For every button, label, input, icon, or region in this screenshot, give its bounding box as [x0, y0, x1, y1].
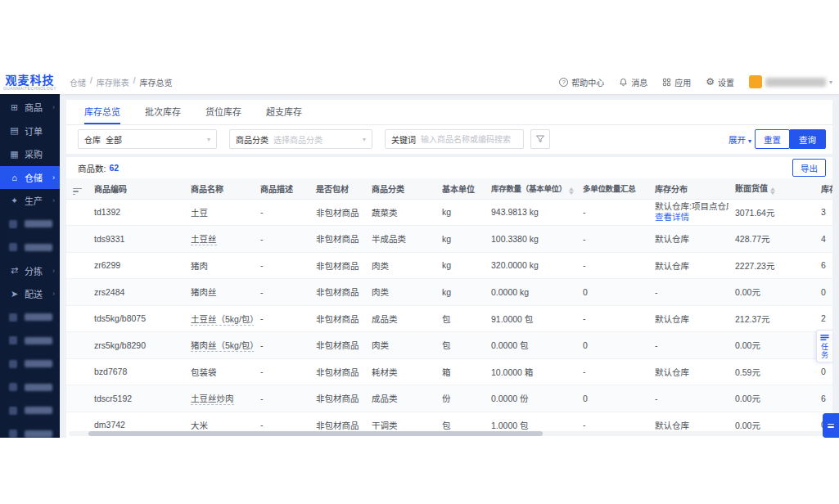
tab-batch-stock[interactable]: 批次库存	[145, 100, 181, 124]
row-config-cell	[66, 358, 88, 385]
sidebar-item-redacted[interactable]	[0, 329, 60, 353]
col-packing: 是否包材	[309, 178, 365, 199]
tab-stock-overview[interactable]: 库存总览	[84, 100, 120, 124]
breadcrumb: 仓储 / 库存账表 / 库存总览	[70, 76, 173, 88]
tab-location-stock[interactable]: 货位库存	[205, 100, 241, 124]
goods-grid-icon: ⊞	[9, 102, 20, 113]
sidebar-item-redacted[interactable]	[0, 376, 60, 399]
cell-packing: 非包材商品	[309, 199, 365, 226]
breadcrumb-separator: /	[133, 76, 136, 88]
row-config-cell	[66, 226, 88, 253]
task-panel-tab[interactable]: 任务	[816, 330, 832, 362]
table-row[interactable]: td1392 土豆 - 非包材商品 蔬菜类 kg 943.9813 kg - 默…	[66, 199, 832, 226]
table-filter-icon[interactable]	[73, 188, 82, 196]
messages-button[interactable]: 消息	[619, 76, 647, 88]
filter-row: 仓库 全部 ▾ 商品分类 选择商品分类 ▾ 关键词 展开 ▾ 重置	[66, 125, 832, 153]
cell-name: 包装袋	[184, 358, 254, 385]
table-row[interactable]: zr6299 猪肉 - 非包材商品 肉类 kg 320.0000 kg - 默认…	[66, 252, 832, 279]
breadcrumb-item-current: 库存总览	[140, 76, 173, 88]
keyword-input[interactable]	[421, 135, 517, 144]
sidebar-item-redacted[interactable]	[0, 213, 60, 236]
product-name[interactable]: 土豆丝（5kg/包）	[191, 314, 254, 326]
export-button[interactable]: 导出	[792, 159, 826, 177]
sidebar-item-redacted[interactable]	[0, 353, 60, 376]
category-select[interactable]: 商品分类 选择商品分类 ▾	[229, 129, 372, 149]
settings-button[interactable]: ⚙ 设置	[706, 76, 734, 88]
sidebar-item-redacted[interactable]	[0, 236, 60, 259]
table-row[interactable]: bzd7678 包装袋 - 非包材商品 耗材类 箱 10.0000 箱 - 默认…	[66, 358, 832, 385]
breadcrumb-item-warehouse[interactable]: 仓储	[70, 76, 86, 88]
cell-unit: 份	[435, 385, 485, 412]
apps-button[interactable]: 应用	[662, 76, 691, 88]
sidebar-item-production[interactable]: ✦ 生产 ›	[0, 189, 60, 213]
sort-carets-icon[interactable]	[770, 187, 775, 195]
filter-card: 库存总览 批次库存 货位库存 超支库存 仓库 全部 ▾ 商品分类 选择商品分类 …	[66, 100, 832, 154]
brand-title: 观麦科技	[0, 74, 60, 86]
table-row[interactable]: tdscr5192 土豆丝炒肉 - 非包材商品 成品类 份 0.0000 份 0…	[66, 385, 832, 412]
redacted-icon	[9, 407, 17, 415]
table-row[interactable]: zrs2484 猪肉丝 - 非包材商品 肉类 kg 0.0000 kg 0 - …	[66, 279, 832, 306]
cell-desc: -	[254, 305, 309, 332]
sidebar-item-label: 订单	[25, 124, 43, 137]
cell-category: 肉类	[365, 332, 435, 359]
cell-packing: 非包材商品	[309, 358, 365, 385]
breadcrumb-item-ledger[interactable]: 库存账表	[97, 76, 129, 88]
col-distribution: 库存分布	[648, 178, 728, 199]
table-row[interactable]: zrs5kg/b8290 猪肉丝（5kg/包） - 非包材商品 肉类 包 0.0…	[66, 332, 832, 359]
cell-packing: 非包材商品	[309, 226, 365, 253]
scrollbar-thumb[interactable]	[88, 431, 543, 436]
sidebar-item-label: 分拣	[25, 264, 43, 277]
help-icon: ?	[559, 78, 568, 87]
warehouse-select[interactable]: 仓库 全部 ▾	[78, 129, 217, 149]
col-unit: 基本单位	[435, 178, 485, 199]
chevron-right-icon: ›	[52, 267, 55, 275]
product-name[interactable]: 土豆丝	[191, 234, 217, 245]
help-center-button[interactable]: ? 帮助中心	[559, 76, 604, 88]
cell-distribution: 默认仓库	[648, 252, 728, 279]
sidebar-item-label: 配送	[25, 287, 43, 300]
tab-overdraft-stock[interactable]: 超支库存	[266, 100, 302, 124]
sidebar-item-sorting[interactable]: ⇄ 分拣 ›	[0, 259, 60, 283]
cell-value: 0.00元	[728, 279, 814, 306]
sidebar-item-delivery[interactable]: ➤ 配送 ›	[0, 282, 60, 306]
sort-carets-icon[interactable]	[569, 187, 574, 195]
product-name[interactable]: 猪肉丝（5kg/包）	[191, 340, 254, 352]
sidebar-item-redacted[interactable]	[0, 422, 60, 438]
cell-multi: 0	[576, 385, 648, 412]
expand-toggle[interactable]: 展开 ▾	[728, 133, 751, 146]
sidebar-item-redacted[interactable]	[0, 399, 60, 423]
sidebar-item-purchase[interactable]: ▦ 采购	[0, 142, 60, 166]
user-menu[interactable]: ▾	[749, 75, 832, 88]
cell-value: 0.00元	[728, 385, 814, 412]
cell-distribution: 默认仓库:项目点仓库查看详情	[648, 199, 728, 226]
product-name: 猪肉	[191, 261, 208, 271]
sidebar-item-goods[interactable]: ⊞ 商品 ›	[0, 96, 60, 119]
cell-qty: 943.9813 kg	[485, 199, 576, 226]
funnel-icon	[535, 134, 545, 144]
sidebar-item-orders[interactable]: ▤ 订单	[0, 119, 60, 143]
table-row[interactable]: tds9331 土豆丝 - 非包材商品 半成品类 kg 100.3380 kg …	[66, 226, 832, 253]
cell-value: 3071.64元	[728, 199, 814, 226]
cell-qty: 0.0000 份	[485, 385, 576, 412]
redacted-icon	[9, 313, 17, 322]
horizontal-scrollbar[interactable]	[69, 431, 830, 436]
redacted-icon	[9, 383, 17, 391]
cell-unit: kg	[435, 252, 485, 279]
cell-clipped: 0	[814, 279, 832, 306]
sidebar-item-warehouse[interactable]: ⌂ 仓储 ›	[0, 166, 60, 190]
product-name[interactable]: 土豆丝炒肉	[191, 394, 234, 405]
sidebar-item-redacted[interactable]	[0, 306, 60, 330]
reset-button[interactable]: 重置	[755, 129, 790, 149]
advanced-filter-button[interactable]	[530, 129, 550, 149]
cell-clipped: 6	[814, 385, 832, 412]
cell-distribution: -	[648, 332, 728, 359]
cell-desc: -	[254, 252, 309, 279]
search-button[interactable]: 查询	[789, 129, 826, 149]
cell-clipped: 3	[814, 199, 832, 226]
apps-label: 应用	[674, 76, 691, 88]
cell-qty: 100.3380 kg	[485, 226, 576, 253]
floating-bottom-widget[interactable]	[823, 413, 839, 438]
view-details-link[interactable]: 查看详情	[655, 212, 722, 223]
table-row[interactable]: tds5kg/b8075 土豆丝（5kg/包） - 非包材商品 成品类 包 91…	[66, 305, 832, 332]
col-qty-label: 库存数量（基本单位）	[491, 184, 566, 193]
